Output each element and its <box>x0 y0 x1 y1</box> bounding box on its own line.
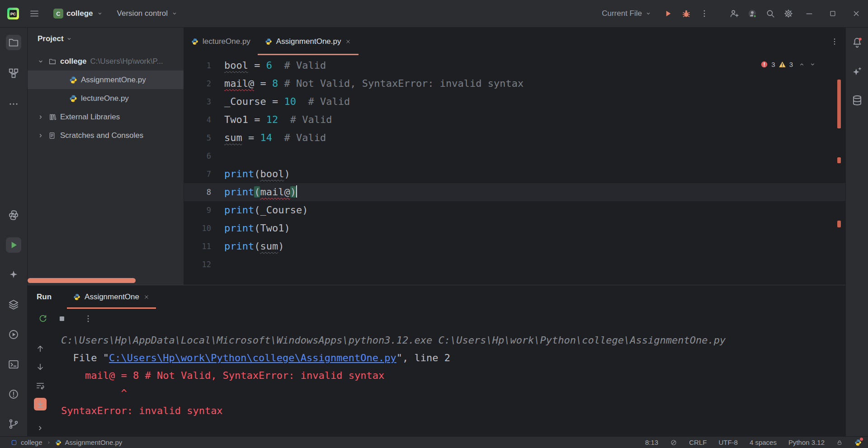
caret-position[interactable]: 8:13 <box>645 439 658 446</box>
right-toolstrip-top <box>846 28 868 108</box>
run-configuration-selector[interactable]: Current File <box>597 9 656 18</box>
avatar-icon <box>747 9 757 19</box>
run-tab-assignmentone[interactable]: AssignmentOne <box>67 285 156 309</box>
scroll-down-button[interactable] <box>34 361 47 373</box>
version-control-icon <box>8 418 19 430</box>
project-widget[interactable]: C college <box>50 6 107 21</box>
inspections-level-button[interactable] <box>670 439 677 446</box>
chevron-right-icon[interactable] <box>37 113 45 121</box>
tool-notifications-button[interactable] <box>849 35 865 50</box>
tool-terminal-button[interactable] <box>6 357 21 372</box>
line-number: 9 <box>184 201 223 219</box>
tool-run-button[interactable] <box>6 237 21 253</box>
tree-item[interactable]: collegeC:\Users\Hp\work\P... <box>28 52 184 71</box>
error-stripe-mark[interactable] <box>837 221 841 227</box>
code-line-4[interactable]: 4Two1 = 12 # Valid <box>184 111 845 129</box>
code-line-12[interactable]: 12 <box>184 255 845 274</box>
code-with-me-button[interactable] <box>725 5 743 23</box>
breadcrumb-file[interactable]: AssignmentOne.py <box>65 439 123 446</box>
tree-item[interactable]: External Libraries <box>28 108 184 126</box>
tool-project-button[interactable] <box>6 35 21 50</box>
project-name: college <box>66 9 93 18</box>
folder-icon <box>48 57 57 66</box>
debug-button[interactable] <box>677 5 695 23</box>
breadcrumb-project[interactable]: college <box>21 439 42 446</box>
main-menu-button[interactable] <box>25 5 43 23</box>
code-line-3[interactable]: 3_Course = 10 # Valid <box>184 93 845 111</box>
inspections-widget[interactable]: 3 3 <box>760 61 816 68</box>
close-tab-icon[interactable] <box>345 38 351 45</box>
scroll-up-button[interactable] <box>34 342 47 355</box>
file-link[interactable]: C:\Users\Hp\work\Python\college\Assignme… <box>109 352 396 363</box>
run-console[interactable]: C:\Users\Hp\AppData\Local\Microsoft\Wind… <box>53 329 845 436</box>
tree-item[interactable]: AssignmentOne.py <box>28 71 184 89</box>
project-scrollbar[interactable] <box>28 278 136 283</box>
lock-button[interactable] <box>836 439 843 446</box>
maximize-button[interactable] <box>821 0 844 28</box>
project-panel-header[interactable]: Project <box>28 28 184 50</box>
project-tree: collegeC:\Users\Hp\work\P...AssignmentOn… <box>28 50 184 145</box>
tool-services-button[interactable] <box>6 297 21 312</box>
tool-structure-button[interactable] <box>6 66 21 81</box>
tool-python-packages-button[interactable] <box>6 207 21 223</box>
code-line-9[interactable]: 9print(_Course) <box>184 201 845 219</box>
close-run-tab-icon[interactable] <box>143 294 150 300</box>
stop-button[interactable] <box>55 312 69 325</box>
more-options-button[interactable] <box>81 312 95 325</box>
editor-tabbar: lectureOne.py AssignmentOne.py <box>184 28 845 55</box>
tool-version-control-button[interactable] <box>6 416 21 432</box>
settings-button[interactable] <box>779 5 797 23</box>
tool-ai-sparkle-button[interactable] <box>6 267 21 283</box>
tool-python-console-button[interactable] <box>6 327 21 342</box>
scroll-to-end-button[interactable] <box>34 398 47 410</box>
line-separator[interactable]: CRLF <box>689 439 707 446</box>
code-editor[interactable]: 1bool = 6 # Valid2mail@ = 8 # Not Valid,… <box>184 55 845 285</box>
code-line-7[interactable]: 7print(bool) <box>184 165 845 183</box>
minimize-button[interactable] <box>797 0 821 28</box>
expand-console-button[interactable] <box>34 422 47 434</box>
vcs-widget[interactable]: Version control <box>113 6 182 21</box>
scroll-up-icon <box>35 344 45 354</box>
next-problem-icon[interactable] <box>809 61 816 68</box>
chevron-right-icon[interactable] <box>37 132 45 140</box>
tab-lectureone[interactable]: lectureOne.py <box>184 28 258 55</box>
code-line-8[interactable]: 8print(mail@) <box>184 183 845 201</box>
code-line-5[interactable]: 5sum = 14 # Valid <box>184 129 845 147</box>
error-stripe-mark[interactable] <box>837 157 841 163</box>
profile-button[interactable] <box>743 5 761 23</box>
rerun-button[interactable] <box>36 312 50 325</box>
tool-more-tool-windows-button[interactable] <box>6 96 21 112</box>
library-icon <box>48 113 57 121</box>
run-button[interactable] <box>659 5 677 23</box>
python-status-button[interactable] <box>854 439 862 446</box>
file-encoding[interactable]: UTF-8 <box>718 439 738 446</box>
code-line-6[interactable]: 6 <box>184 147 845 165</box>
indent-setting[interactable]: 4 spaces <box>750 439 777 446</box>
tree-item[interactable]: lectureOne.py <box>28 89 184 108</box>
soft-wrap-button[interactable] <box>34 379 47 392</box>
code-line-2[interactable]: 2mail@ = 8 # Not Valid, SyntaxError: inv… <box>184 75 845 93</box>
error-stripe-mark[interactable] <box>837 80 841 128</box>
tool-database-button[interactable] <box>849 93 865 108</box>
left-toolstrip <box>0 28 28 436</box>
tool-problems-button[interactable] <box>6 387 21 402</box>
tree-item-path: C:\Users\Hp\work\P... <box>90 57 163 66</box>
text-cursor <box>296 185 297 198</box>
tree-item[interactable]: Scratches and Consoles <box>28 126 184 145</box>
tab-options-button[interactable] <box>824 28 845 55</box>
tab-assignmentone[interactable]: AssignmentOne.py <box>258 28 359 55</box>
rerun-icon <box>38 314 48 324</box>
search-everywhere-button[interactable] <box>761 5 779 23</box>
code-line-10[interactable]: 10print(Two1) <box>184 219 845 237</box>
previous-problem-icon[interactable] <box>798 61 806 68</box>
interpreter-selector[interactable]: Python 3.12 <box>788 439 825 446</box>
tool-ai-assistant-button[interactable] <box>849 64 865 79</box>
code-line-1[interactable]: 1bool = 6 # Valid <box>184 57 845 75</box>
close-button[interactable] <box>844 0 868 28</box>
tab-label: AssignmentOne.py <box>276 37 341 46</box>
chevron-down-icon[interactable] <box>37 57 45 66</box>
more-run-options-button[interactable] <box>695 5 713 23</box>
python-file-icon <box>55 439 61 446</box>
chevron-down-icon <box>645 10 652 17</box>
code-line-11[interactable]: 11print(sum) <box>184 237 845 255</box>
